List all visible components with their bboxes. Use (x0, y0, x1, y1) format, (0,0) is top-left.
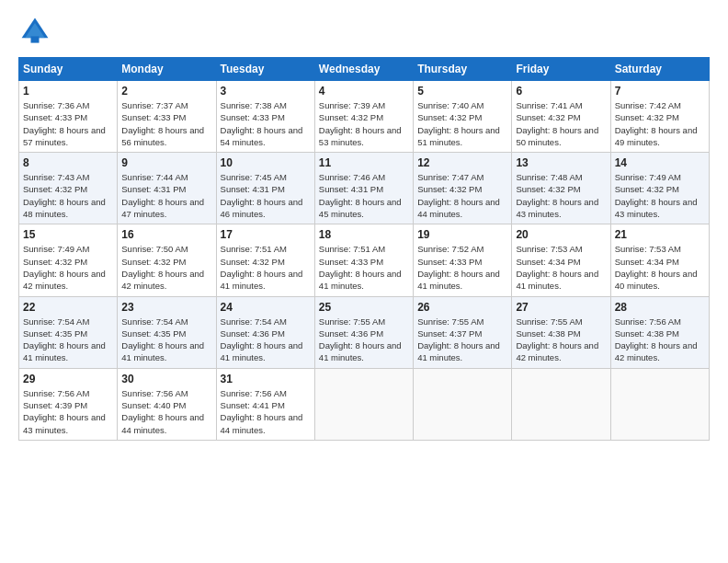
day-info: Sunrise: 7:43 AMSunset: 4:32 PMDaylight:… (23, 171, 113, 220)
calendar-cell: 25Sunrise: 7:55 AMSunset: 4:36 PMDayligh… (314, 296, 413, 368)
day-info: Sunrise: 7:44 AMSunset: 4:31 PMDaylight:… (121, 171, 211, 220)
day-number: 15 (23, 228, 113, 241)
calendar-cell: 14Sunrise: 7:49 AMSunset: 4:32 PMDayligh… (610, 153, 709, 224)
week-row-2: 8Sunrise: 7:43 AMSunset: 4:32 PMDaylight… (19, 153, 710, 224)
calendar-cell: 1Sunrise: 7:36 AMSunset: 4:33 PMDaylight… (19, 81, 118, 153)
calendar-cell: 3Sunrise: 7:38 AMSunset: 4:33 PMDaylight… (216, 81, 314, 153)
day-number: 31 (221, 373, 311, 385)
day-number: 17 (221, 228, 311, 241)
weekday-monday: Monday (118, 58, 216, 81)
day-number: 29 (23, 373, 113, 385)
day-info: Sunrise: 7:56 AMSunset: 4:39 PMDaylight:… (23, 387, 113, 436)
weekday-saturday: Saturday (610, 58, 709, 81)
weekday-thursday: Thursday (414, 58, 512, 81)
day-info: Sunrise: 7:56 AMSunset: 4:40 PMDaylight:… (121, 387, 211, 436)
day-info: Sunrise: 7:55 AMSunset: 4:36 PMDaylight:… (319, 316, 409, 364)
day-info: Sunrise: 7:45 AMSunset: 4:31 PMDaylight:… (221, 171, 311, 220)
calendar-cell: 10Sunrise: 7:45 AMSunset: 4:31 PMDayligh… (216, 153, 314, 224)
day-number: 10 (221, 156, 311, 169)
calendar-cell: 6Sunrise: 7:41 AMSunset: 4:32 PMDaylight… (512, 81, 610, 153)
day-number: 4 (319, 85, 409, 98)
day-info: Sunrise: 7:53 AMSunset: 4:34 PMDaylight:… (615, 243, 705, 292)
day-number: 16 (121, 228, 211, 241)
day-number: 13 (516, 156, 606, 169)
calendar-cell: 7Sunrise: 7:42 AMSunset: 4:32 PMDaylight… (610, 81, 709, 153)
day-number: 24 (221, 301, 311, 314)
calendar-cell: 18Sunrise: 7:51 AMSunset: 4:33 PMDayligh… (314, 224, 413, 296)
day-info: Sunrise: 7:47 AMSunset: 4:32 PMDaylight:… (417, 171, 507, 220)
weekday-tuesday: Tuesday (216, 58, 314, 81)
calendar-cell: 11Sunrise: 7:46 AMSunset: 4:31 PMDayligh… (314, 153, 413, 224)
day-number: 12 (417, 156, 507, 169)
day-number: 18 (319, 228, 409, 241)
calendar-cell: 9Sunrise: 7:44 AMSunset: 4:31 PMDaylight… (118, 153, 216, 224)
week-row-4: 22Sunrise: 7:54 AMSunset: 4:35 PMDayligh… (19, 296, 710, 368)
calendar-cell (512, 368, 610, 440)
calendar-cell: 13Sunrise: 7:48 AMSunset: 4:32 PMDayligh… (512, 153, 610, 224)
day-info: Sunrise: 7:54 AMSunset: 4:35 PMDaylight:… (121, 316, 211, 364)
day-info: Sunrise: 7:56 AMSunset: 4:41 PMDaylight:… (221, 387, 311, 436)
calendar-cell: 8Sunrise: 7:43 AMSunset: 4:32 PMDaylight… (19, 153, 118, 224)
day-info: Sunrise: 7:52 AMSunset: 4:33 PMDaylight:… (417, 243, 507, 292)
week-row-1: 1Sunrise: 7:36 AMSunset: 4:33 PMDaylight… (19, 81, 710, 153)
day-number: 21 (615, 228, 705, 241)
calendar-cell: 21Sunrise: 7:53 AMSunset: 4:34 PMDayligh… (610, 224, 709, 296)
day-number: 25 (319, 301, 409, 314)
day-info: Sunrise: 7:39 AMSunset: 4:32 PMDaylight:… (319, 99, 409, 148)
day-info: Sunrise: 7:53 AMSunset: 4:34 PMDaylight:… (516, 243, 606, 292)
day-number: 27 (516, 301, 606, 314)
day-number: 11 (319, 156, 409, 169)
calendar-cell: 17Sunrise: 7:51 AMSunset: 4:32 PMDayligh… (216, 224, 314, 296)
calendar-cell: 20Sunrise: 7:53 AMSunset: 4:34 PMDayligh… (512, 224, 610, 296)
day-info: Sunrise: 7:37 AMSunset: 4:33 PMDaylight:… (121, 99, 211, 148)
day-info: Sunrise: 7:49 AMSunset: 4:32 PMDaylight:… (23, 243, 113, 292)
day-number: 14 (615, 156, 705, 169)
calendar-cell: 19Sunrise: 7:52 AMSunset: 4:33 PMDayligh… (414, 224, 512, 296)
day-number: 6 (516, 85, 606, 98)
calendar-cell: 2Sunrise: 7:37 AMSunset: 4:33 PMDaylight… (118, 81, 216, 153)
day-number: 20 (516, 228, 606, 241)
calendar-cell (610, 368, 709, 440)
calendar-cell: 30Sunrise: 7:56 AMSunset: 4:40 PMDayligh… (118, 368, 216, 440)
day-number: 23 (121, 301, 211, 314)
day-info: Sunrise: 7:40 AMSunset: 4:32 PMDaylight:… (417, 99, 507, 148)
day-number: 22 (23, 301, 113, 314)
weekday-wednesday: Wednesday (314, 58, 413, 81)
day-info: Sunrise: 7:46 AMSunset: 4:31 PMDaylight:… (319, 171, 409, 220)
day-number: 30 (121, 373, 211, 385)
weekday-header-row: SundayMondayTuesdayWednesdayThursdayFrid… (19, 58, 710, 81)
day-info: Sunrise: 7:54 AMSunset: 4:35 PMDaylight:… (23, 316, 113, 364)
calendar-table: SundayMondayTuesdayWednesdayThursdayFrid… (18, 57, 710, 441)
weekday-friday: Friday (512, 58, 610, 81)
day-number: 7 (615, 85, 705, 98)
day-number: 1 (23, 85, 113, 98)
calendar-cell: 26Sunrise: 7:55 AMSunset: 4:37 PMDayligh… (414, 296, 512, 368)
day-number: 26 (417, 301, 507, 314)
calendar-cell: 28Sunrise: 7:56 AMSunset: 4:38 PMDayligh… (610, 296, 709, 368)
calendar-cell (414, 368, 512, 440)
day-number: 28 (615, 301, 705, 314)
page: SundayMondayTuesdayWednesdayThursdayFrid… (0, 0, 728, 563)
calendar-cell: 4Sunrise: 7:39 AMSunset: 4:32 PMDaylight… (314, 81, 413, 153)
day-number: 8 (23, 156, 113, 169)
calendar-cell: 23Sunrise: 7:54 AMSunset: 4:35 PMDayligh… (118, 296, 216, 368)
weekday-sunday: Sunday (19, 58, 118, 81)
header (18, 15, 710, 48)
day-info: Sunrise: 7:36 AMSunset: 4:33 PMDaylight:… (23, 99, 113, 148)
day-info: Sunrise: 7:49 AMSunset: 4:32 PMDaylight:… (615, 171, 705, 220)
day-info: Sunrise: 7:51 AMSunset: 4:32 PMDaylight:… (221, 243, 311, 292)
day-info: Sunrise: 7:54 AMSunset: 4:36 PMDaylight:… (221, 316, 311, 364)
calendar-cell: 31Sunrise: 7:56 AMSunset: 4:41 PMDayligh… (216, 368, 314, 440)
day-info: Sunrise: 7:42 AMSunset: 4:32 PMDaylight:… (615, 99, 705, 148)
calendar-cell: 24Sunrise: 7:54 AMSunset: 4:36 PMDayligh… (216, 296, 314, 368)
day-number: 19 (417, 228, 507, 241)
day-info: Sunrise: 7:48 AMSunset: 4:32 PMDaylight:… (516, 171, 606, 220)
calendar-cell (314, 368, 413, 440)
day-info: Sunrise: 7:55 AMSunset: 4:38 PMDaylight:… (516, 316, 606, 364)
day-info: Sunrise: 7:55 AMSunset: 4:37 PMDaylight:… (417, 316, 507, 364)
svg-rect-2 (31, 36, 40, 42)
calendar-cell: 22Sunrise: 7:54 AMSunset: 4:35 PMDayligh… (19, 296, 118, 368)
week-row-5: 29Sunrise: 7:56 AMSunset: 4:39 PMDayligh… (19, 368, 710, 440)
calendar-cell: 29Sunrise: 7:56 AMSunset: 4:39 PMDayligh… (19, 368, 118, 440)
calendar-cell: 5Sunrise: 7:40 AMSunset: 4:32 PMDaylight… (414, 81, 512, 153)
